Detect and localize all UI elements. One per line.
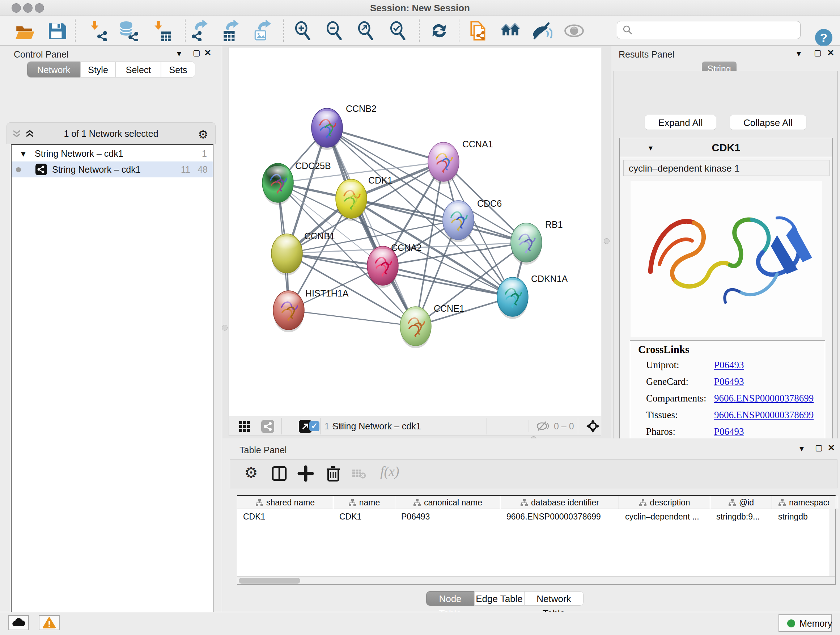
zoom-in-icon[interactable] (294, 20, 314, 41)
open-session-icon[interactable] (14, 20, 35, 41)
delete-column-icon[interactable] (325, 465, 342, 482)
network-row-selected[interactable]: String Network – cdk1 11 48 (11, 162, 213, 177)
network-node-CDK1[interactable]: CDK1 (336, 175, 393, 221)
table-panel-float-icon[interactable]: ▢ (815, 443, 823, 452)
network-share-icon[interactable] (261, 420, 275, 433)
results-panel-float-icon[interactable]: ▢ (814, 49, 821, 57)
scrollbar-thumb[interactable] (239, 578, 300, 584)
network-node-CDC6[interactable]: CDC6 (443, 198, 502, 242)
table-cell[interactable]: CDK1 (237, 509, 333, 524)
table-cell[interactable]: P06493 (395, 509, 500, 524)
string-import-icon[interactable] (468, 20, 489, 41)
crosslink-link[interactable]: 9606.ENSP00000378699 (714, 393, 813, 404)
tab-select[interactable]: Select (116, 62, 161, 78)
memory-button[interactable]: Memory (778, 614, 832, 632)
network-node-CDC25B[interactable]: CDC25B (262, 161, 331, 205)
table-cell[interactable]: stringdb (772, 509, 838, 524)
network-collection-row[interactable]: ▾ String Network – cdk1 1 (11, 146, 213, 162)
tab-node-table[interactable]: Node Table (426, 591, 474, 606)
gene-description: cyclin–dependent kinase 1 (623, 160, 829, 176)
table-cell[interactable]: 9606.ENSP00000378699 (501, 509, 619, 524)
tab-style[interactable]: Style (80, 62, 116, 78)
cloud-status-button[interactable] (8, 615, 29, 630)
tab-edge-table[interactable]: Edge Table (474, 591, 524, 606)
crosslink-link[interactable]: 9606.ENSP00000378699 (714, 409, 813, 421)
network-node-CDKN1A[interactable]: CDKN1A (497, 274, 568, 319)
results-panel-close-icon[interactable]: ✕ (827, 49, 834, 57)
right-splitter-handle[interactable] (604, 238, 609, 244)
network-node-RB1[interactable]: RB1 (511, 219, 563, 264)
table-panel-close-icon[interactable]: ✕ (828, 443, 835, 452)
column-header-canonical-name[interactable]: canonical name (395, 496, 500, 509)
column-header-namespace[interactable]: namespace (772, 496, 838, 509)
string-glass-toggle-icon[interactable] (531, 20, 553, 41)
network-node-CCNA1[interactable]: CCNA1 (428, 139, 493, 184)
network-node-CCNE1[interactable]: CCNE1 (400, 303, 464, 348)
zoom-fit-icon[interactable] (356, 20, 377, 41)
network-options-gear-icon[interactable]: ⚙ (198, 127, 208, 141)
function-builder-icon: f(x) (380, 463, 399, 479)
table-cell[interactable]: cyclin–dependent ... (619, 509, 710, 524)
column-header-shared-name[interactable]: shared name (237, 496, 333, 509)
control-panel-collapse-icon[interactable]: ▾ (177, 49, 181, 58)
network-edge[interactable] (289, 310, 416, 326)
toolbar-separator (185, 19, 186, 42)
zoom-out-icon[interactable] (325, 20, 346, 41)
crosslink-link[interactable]: P06493 (714, 426, 744, 437)
birdseye-grid-icon[interactable] (238, 420, 251, 432)
tab-network[interactable]: Network (27, 62, 80, 78)
import-network-database-icon[interactable] (118, 20, 139, 41)
table-horizontal-scrollbar[interactable] (237, 576, 835, 584)
collection-caret-icon[interactable]: ▾ (21, 146, 26, 162)
crosslink-link[interactable]: P06493 (714, 376, 744, 387)
crosslink-link[interactable]: P06493 (714, 359, 744, 371)
node-table[interactable]: shared namenamecanonical namedatabase id… (237, 495, 836, 585)
fit-selected-crosshair-icon[interactable] (586, 419, 600, 433)
create-column-icon[interactable] (297, 465, 314, 482)
network-node-CCNA2[interactable]: CCNA2 (367, 242, 422, 288)
network-node-CCNB1[interactable]: CCNB1 (271, 231, 335, 276)
export-network-icon[interactable] (189, 20, 210, 41)
control-panel-float-icon[interactable]: ▢ (193, 49, 201, 57)
table-panel-collapse-icon[interactable]: ▾ (799, 444, 804, 453)
expand-all-button[interactable]: Expand All (645, 115, 716, 130)
node-label: CCNA1 (462, 139, 493, 149)
results-panel-collapse-icon[interactable]: ▾ (797, 49, 801, 58)
string-home-icon[interactable] (500, 20, 521, 41)
node-label: RB1 (545, 219, 563, 230)
help-button[interactable]: ? (815, 29, 832, 46)
left-splitter-handle[interactable] (222, 325, 227, 331)
table-cell[interactable]: CDK1 (333, 509, 395, 524)
network-canvas[interactable]: CCNB2 CCNA1 CDC25B CDK1 CDC6 RB1 CCNB1 (229, 47, 601, 416)
column-header-name[interactable]: name (333, 496, 395, 509)
control-panel-close-icon[interactable]: ✕ (204, 49, 211, 57)
network-edge[interactable] (327, 128, 444, 162)
collapse-all-button[interactable]: Collapse All (729, 115, 806, 130)
show-columns-icon[interactable] (271, 465, 288, 482)
navbar-divider (529, 420, 529, 432)
network-node-HIST1H1A[interactable]: HIST1H1A (273, 288, 349, 333)
gene-section-header[interactable]: ▾ CDK1 (620, 138, 832, 157)
search-input[interactable] (636, 23, 795, 37)
string-eye-icon[interactable] (564, 20, 584, 41)
table-vertical-scrollbar[interactable] (829, 496, 835, 576)
export-image-icon[interactable] (252, 20, 273, 41)
column-header-description[interactable]: description (619, 496, 710, 509)
node-label: CCNE1 (434, 303, 464, 314)
tab-sets[interactable]: Sets (161, 62, 195, 78)
network-collection-label: String Network – cdk1 (35, 146, 123, 162)
zoom-selected-icon[interactable] (388, 20, 409, 41)
refresh-view-icon[interactable] (429, 20, 450, 41)
selected-checkbox-icon[interactable]: ✓ (309, 421, 319, 431)
column-header--id[interactable]: @id (711, 496, 772, 509)
export-table-icon[interactable] (220, 20, 241, 41)
warning-status-button[interactable] (39, 615, 60, 630)
tab-network-table[interactable]: Network Table (524, 591, 584, 606)
column-header-database-identifier[interactable]: database identifier (501, 496, 619, 509)
import-table-file-icon[interactable] (151, 20, 172, 41)
node-label: CCNA2 (391, 242, 422, 253)
table-settings-gear-icon[interactable]: ⚙ (242, 465, 260, 482)
save-session-icon[interactable] (47, 20, 68, 41)
table-cell[interactable]: stringdb:9... (711, 509, 772, 524)
import-network-file-icon[interactable] (88, 20, 109, 41)
